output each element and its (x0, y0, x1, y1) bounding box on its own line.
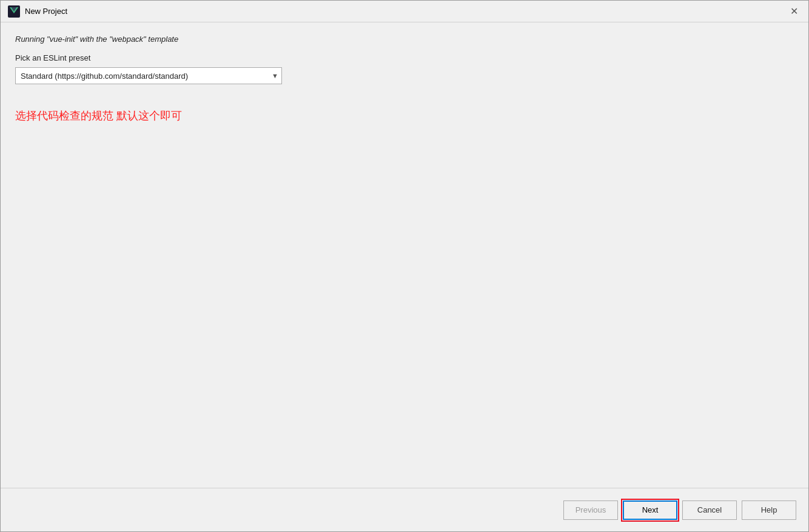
footer: Previous Next Cancel Help (1, 488, 808, 531)
subtitle-text: Running "vue-init" with the "webpack" te… (15, 35, 794, 44)
content-area: Running "vue-init" with the "webpack" te… (1, 22, 808, 488)
app-icon (8, 5, 20, 18)
close-button[interactable]: ✕ (787, 4, 801, 19)
window-title: New Project (25, 7, 67, 16)
field-label: Pick an ESLint preset (15, 53, 794, 62)
next-button[interactable]: Next (623, 500, 677, 520)
annotation-text: 选择代码检查的规范 默认这个即可 (15, 108, 794, 123)
title-bar-left: New Project (8, 5, 67, 18)
eslint-preset-select[interactable]: Standard (https://github.com/standard/st… (15, 67, 282, 84)
cancel-button[interactable]: Cancel (682, 500, 737, 520)
dialog-window: New Project ✕ Running "vue-init" with th… (0, 0, 809, 532)
title-bar: New Project ✕ (1, 1, 808, 22)
previous-button[interactable]: Previous (563, 500, 618, 520)
eslint-preset-wrapper: Standard (https://github.com/standard/st… (15, 67, 282, 84)
help-button[interactable]: Help (742, 500, 796, 520)
